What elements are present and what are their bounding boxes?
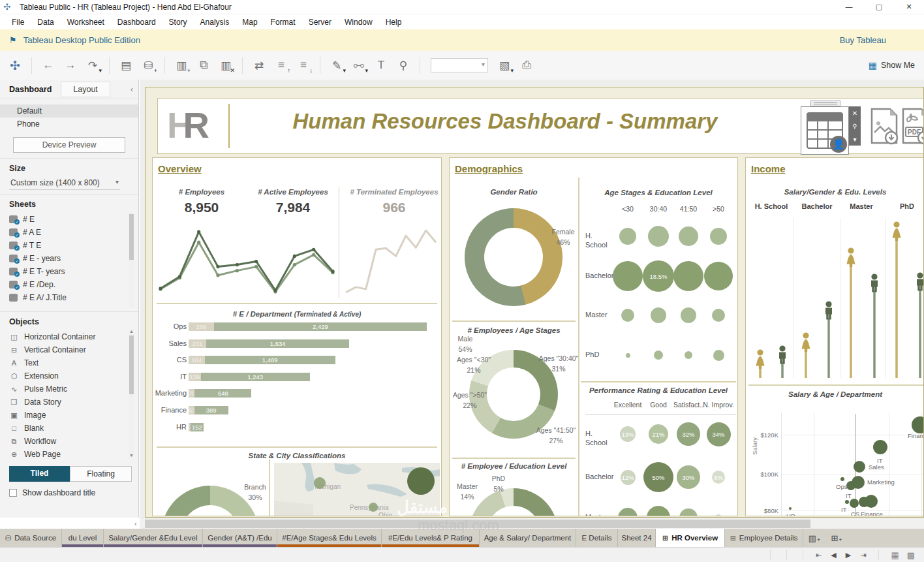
- menu-file[interactable]: File: [5, 18, 31, 27]
- sheet-item[interactable]: ✓# A E: [9, 226, 138, 239]
- terminated-segment[interactable]: 201: [189, 339, 206, 348]
- add-datasource-icon[interactable]: ⛁+: [138, 55, 158, 75]
- bubble[interactable]: [673, 261, 703, 291]
- sheet-tab-du-level[interactable]: du Level: [62, 529, 104, 547]
- sheet-item[interactable]: ✓# E: [9, 213, 138, 226]
- sheet-tab-sheet-24[interactable]: Sheet 24: [618, 529, 656, 547]
- bubble[interactable]: 50%: [643, 462, 673, 492]
- employee-details-widget[interactable]: 👤: [801, 106, 849, 155]
- active-segment[interactable]: 389: [194, 406, 228, 414]
- city-bubble[interactable]: [314, 477, 326, 489]
- save-icon[interactable]: ▤: [116, 55, 136, 75]
- object-item-extension[interactable]: ⬡Extension: [9, 369, 138, 382]
- sheet-tab--e-age-stages-edu-levels[interactable]: #E/Age Stages& Edu Levels: [277, 529, 382, 547]
- sort-descending-icon[interactable]: ≡↓: [294, 55, 313, 75]
- menu-worksheet[interactable]: Worksheet: [61, 18, 111, 27]
- bubble[interactable]: 8%: [712, 471, 725, 484]
- bubble[interactable]: 21%: [649, 424, 668, 444]
- bubble[interactable]: [654, 351, 663, 360]
- new-worksheet-icon[interactable]: ▥+: [172, 55, 191, 75]
- sheet-item[interactable]: # E A/ J.Title: [9, 291, 138, 304]
- object-item-blank[interactable]: □Blank: [9, 422, 138, 435]
- scatter-point[interactable]: [865, 495, 878, 508]
- bubble[interactable]: [712, 309, 725, 322]
- back-icon[interactable]: ←: [38, 55, 58, 75]
- tableau-logo-icon[interactable]: ✣: [5, 55, 25, 75]
- bubble[interactable]: 18.5%: [643, 260, 674, 292]
- sheet-tab-salary-gender-edu-level[interactable]: Salary/Gender &Edu Level: [104, 529, 203, 547]
- scatter-point[interactable]: [873, 440, 887, 454]
- highlight-icon[interactable]: ✎▾: [327, 55, 346, 75]
- scatter-point[interactable]: [845, 500, 849, 504]
- bubble[interactable]: [648, 226, 669, 247]
- last-sheet-button[interactable]: ⇥: [855, 551, 870, 559]
- active-segment[interactable]: 1,489: [205, 356, 335, 364]
- show-dashboard-title-checkbox[interactable]: [9, 489, 17, 497]
- menu-data[interactable]: Data: [31, 18, 60, 27]
- widget-close-icon[interactable]: ✕: [852, 110, 857, 117]
- bubble[interactable]: [679, 226, 698, 246]
- sheet-tab-e-details[interactable]: E Details: [576, 529, 618, 547]
- new-dashboard-tab-button[interactable]: ⊞+: [825, 529, 848, 547]
- tiled-button[interactable]: Tiled: [9, 466, 70, 482]
- object-item-vertical-container[interactable]: ⊟Vertical Container: [9, 343, 138, 356]
- menu-map[interactable]: Map: [236, 18, 264, 27]
- terminated-segment[interactable]: 70: [189, 389, 194, 398]
- bubble[interactable]: [713, 350, 724, 361]
- collapse-sidebar-icon[interactable]: ‹: [131, 85, 138, 94]
- bubble[interactable]: [679, 508, 698, 516]
- sheet-tab-data-source[interactable]: ⛁Data Source: [0, 529, 62, 547]
- object-item-text[interactable]: AText: [9, 356, 138, 369]
- bubble[interactable]: [619, 228, 636, 245]
- first-sheet-button[interactable]: ⇤: [811, 551, 826, 559]
- show-me-button[interactable]: ▦Show Me: [869, 60, 915, 70]
- device-preview-button[interactable]: Device Preview: [13, 137, 125, 153]
- bubble[interactable]: 12%: [621, 470, 636, 485]
- sheet-tab-employee-details[interactable]: ⊞Employee Details: [725, 529, 803, 547]
- scatter-point[interactable]: [840, 477, 844, 481]
- hscroll-thumb[interactable]: [145, 520, 810, 528]
- state-map[interactable]: MichiganPennsylvaniaOhio: [274, 463, 440, 516]
- device-option-default[interactable]: Default: [0, 104, 138, 117]
- object-item-workflow[interactable]: ⧉Workflow: [9, 435, 138, 448]
- menu-story[interactable]: Story: [162, 18, 194, 27]
- menu-dashboard[interactable]: Dashboard: [111, 18, 162, 27]
- sort-ascending-icon[interactable]: ≡↑: [271, 55, 291, 75]
- swap-rows-columns-icon[interactable]: ⇄: [249, 55, 269, 75]
- sheet-tab-gender-a-t-edu[interactable]: Gender (A&T) /Edu: [203, 529, 277, 547]
- edu-donut[interactable]: [469, 488, 558, 516]
- active-segment[interactable]: 152: [191, 423, 204, 431]
- download-pdf-button[interactable]: PDF: [901, 108, 924, 146]
- object-item-web-page[interactable]: ⊕Web Page: [9, 448, 138, 461]
- active-segment[interactable]: 1,634: [206, 339, 349, 348]
- terminated-segment[interactable]: 289: [189, 322, 214, 331]
- scatter-point[interactable]: [912, 416, 924, 433]
- redo-icon[interactable]: ↷▾: [83, 55, 102, 75]
- presentation-mode-icon[interactable]: ⎙: [517, 55, 536, 75]
- terminated-segment[interactable]: 63: [189, 406, 194, 414]
- bubble[interactable]: [651, 307, 666, 323]
- show-tabs-view-icon[interactable]: ▦: [887, 550, 902, 560]
- maximize-button[interactable]: ▢: [864, 3, 894, 11]
- menu-server[interactable]: Server: [302, 18, 338, 27]
- floating-button[interactable]: Floating: [70, 466, 132, 482]
- device-option-phone[interactable]: Phone: [0, 117, 138, 131]
- forward-icon[interactable]: →: [61, 55, 80, 75]
- bubble[interactable]: [626, 353, 630, 358]
- minimize-button[interactable]: —: [834, 3, 864, 11]
- format-attach-icon[interactable]: ⧟▾: [349, 55, 369, 75]
- size-dropdown[interactable]: Custom size (1400 x 800): [9, 177, 120, 190]
- tab-dashboard[interactable]: Dashboard: [0, 85, 61, 94]
- scroll-left-icon[interactable]: ‹: [134, 520, 137, 527]
- menu-format[interactable]: Format: [264, 18, 302, 27]
- gender-donut[interactable]: [465, 208, 562, 306]
- next-sheet-button[interactable]: ▶: [841, 551, 855, 559]
- duplicate-sheet-icon[interactable]: ⧉: [194, 55, 213, 75]
- bubble[interactable]: [685, 351, 692, 359]
- sheet-item[interactable]: ✓# T E: [9, 239, 138, 252]
- object-item-image[interactable]: ▣Image: [9, 409, 138, 422]
- terminated-segment[interactable]: 139: [189, 373, 201, 381]
- clear-sheet-icon[interactable]: ▥✕: [216, 55, 236, 75]
- menu-analysis[interactable]: Analysis: [194, 18, 236, 27]
- menu-window[interactable]: Window: [338, 18, 379, 27]
